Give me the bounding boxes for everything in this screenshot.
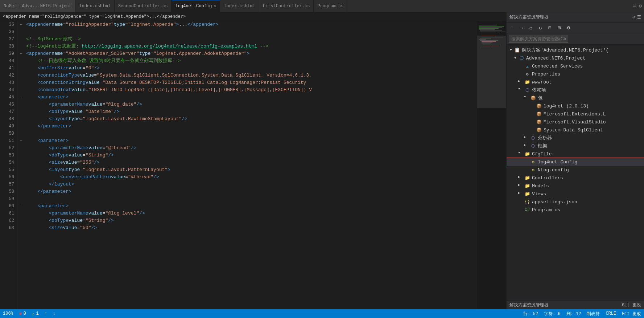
code-line-45[interactable]: <parameter> — [26, 94, 476, 101]
tree-item-pkg[interactable]: ▼ 📦 包 — [507, 94, 644, 102]
expand-analyzers[interactable]: ▶ — [524, 135, 530, 141]
code-line-62[interactable]: <dbType value="String" /> — [26, 217, 476, 224]
tab-log4net-close[interactable]: ✕ — [214, 4, 216, 8]
gutter-45[interactable]: − — [17, 94, 25, 101]
expand-msext[interactable] — [530, 111, 536, 117]
status-git[interactable]: Git 更改 — [622, 311, 641, 317]
tree-item-controllers[interactable]: ▶ 📁 Controllers — [507, 174, 644, 182]
se-collapse-icon[interactable]: ⊟ — [546, 24, 554, 32]
editor-content[interactable]: <appender name="rollingAppender" type="l… — [25, 21, 477, 309]
tree-item-programcs[interactable]: C# Program.cs — [507, 206, 644, 214]
expand-nlogconfig[interactable] — [524, 167, 530, 173]
expand-controllers[interactable]: ▶ — [518, 175, 524, 181]
status-nav-down[interactable]: ↓ — [53, 311, 55, 316]
code-line-44[interactable]: <commandText value="INSERT INTO Log4Net … — [26, 86, 476, 94]
expand-cfgfile[interactable]: ▼ — [518, 151, 524, 157]
tree-item-msext[interactable]: 📦 Microsoft.Extensions.L — [507, 110, 644, 118]
code-line-51[interactable]: <parameter> — [26, 137, 476, 144]
code-line-46[interactable]: <parameterName value="@log_date" /> — [26, 101, 476, 108]
code-line-52[interactable]: <parameterName value="@thread" /> — [26, 144, 476, 152]
expand-programcs[interactable] — [518, 207, 524, 213]
expand-deps[interactable]: ▼ — [518, 87, 524, 93]
tree-project[interactable]: ▼ ⬡ Advanced.NET6.Project — [507, 54, 644, 62]
tree-item-log4net[interactable]: 📦 log4net (2.0.13) — [507, 102, 644, 110]
code-line-39[interactable]: <appender name="AdoNetAppender_SqlServer… — [26, 50, 476, 57]
code-line-59[interactable] — [26, 195, 476, 203]
expand-msvis[interactable] — [530, 119, 536, 125]
expand-pkg[interactable]: ▼ — [524, 95, 530, 101]
tree-item-log4netconfig[interactable]: ⚙ log4net.Config — [507, 158, 644, 166]
code-line-49[interactable]: </parameter> — [26, 123, 476, 130]
tab-log4net[interactable]: log4net.Config ✕ — [172, 0, 220, 12]
code-line-58[interactable]: </parameter> — [26, 188, 476, 195]
tab-first[interactable]: FirstController.cs — [259, 0, 314, 12]
code-line-36[interactable] — [26, 28, 476, 36]
tree-item-properties[interactable]: ⚙ Properties — [507, 70, 644, 78]
status-line[interactable]: 行: 52 — [523, 311, 538, 317]
status-nav-up[interactable]: ↑ — [45, 311, 47, 316]
code-line-61[interactable]: <parameterName value="@log_level" /> — [26, 210, 476, 217]
code-line-35[interactable]: <appender name="rollingAppender" type="l… — [26, 21, 476, 28]
expand-wwwroot[interactable]: ▶ — [518, 79, 524, 85]
tree-item-cfgfile[interactable]: ▼ 📁 CfgFile — [507, 150, 644, 158]
status-errors[interactable]: ⊗ 0 — [19, 311, 26, 317]
tab-index1[interactable]: Index.cshtml — [75, 0, 114, 12]
tab-overflow-icon[interactable]: ≡ — [633, 3, 636, 9]
status-encoding[interactable]: CRLE — [606, 311, 616, 317]
code-line-54[interactable]: <size value="255" /> — [26, 159, 476, 166]
gutter-35[interactable]: − — [17, 21, 25, 28]
code-line-60[interactable]: <parameter> — [26, 203, 476, 210]
tab-second[interactable]: SecondController.cs — [115, 0, 172, 12]
expand-log4netconfig[interactable] — [524, 159, 530, 165]
tree-item-deps[interactable]: ▼ ⬡ 依赖项 — [507, 86, 644, 94]
code-line-50[interactable] — [26, 130, 476, 137]
tree-item-sysdata[interactable]: 📦 System.Data.SqlClient — [507, 126, 644, 134]
code-line-42[interactable]: <connectionType value="System.Data.SqlCl… — [26, 72, 476, 79]
se-forward-icon[interactable]: → — [517, 24, 525, 32]
minimap[interactable] — [477, 21, 506, 309]
se-filter-icon[interactable]: ⊞ — [555, 24, 563, 32]
se-sync-icon[interactable]: ⇄ — [632, 15, 635, 20]
gutter-60[interactable]: − — [17, 203, 25, 210]
tree-item-appsettings[interactable]: {} appsettings.json — [507, 198, 644, 206]
tree-item-wwwroot[interactable]: ▶ 📁 wwwroot — [507, 78, 644, 86]
expand-views[interactable]: ▶ — [518, 191, 524, 197]
se-search-input[interactable] — [509, 35, 568, 43]
tree-item-connected[interactable]: ☁ Connected Services — [507, 62, 644, 70]
expand-properties[interactable] — [518, 71, 524, 77]
code-line-47[interactable]: <dbType value="DateTime" /> — [26, 108, 476, 115]
status-char[interactable]: 字符: 6 — [544, 311, 561, 317]
status-warnings[interactable]: ⚠ 1 — [32, 311, 39, 317]
expand-models[interactable]: ▶ — [518, 183, 524, 189]
code-line-48[interactable]: <layout type="log4net.Layout.RawTimeStam… — [26, 115, 476, 123]
code-line-63[interactable]: <size value="50" /> — [26, 224, 476, 232]
status-col[interactable]: 列: 12 — [566, 311, 581, 317]
expand-log4net[interactable] — [530, 103, 536, 109]
tree-item-frameworks[interactable]: ▶ ⬡ 框架 — [507, 142, 644, 150]
code-line-41[interactable]: <bufferSize value="0" /> — [26, 65, 476, 72]
expand-connected[interactable] — [518, 63, 524, 69]
tab-program[interactable]: Program.cs — [314, 0, 347, 12]
tree-item-msvis[interactable]: 📦 Microsoft.VisualStudio — [507, 118, 644, 126]
se-home-icon[interactable]: ⌂ — [527, 24, 535, 32]
tree-item-nlogconfig[interactable]: ⚙ NLog.config — [507, 166, 644, 174]
tree-item-views[interactable]: ▶ 📁 Views — [507, 190, 644, 198]
tab-index2[interactable]: Index.cshtml — [220, 0, 259, 12]
tree-item-models[interactable]: ▶ 📁 Models — [507, 182, 644, 190]
tree-item-analyzers[interactable]: ▶ ⬡ 分析器 — [507, 134, 644, 142]
code-line-38[interactable]: <!--log4net日志配置: http://logging.apache.o… — [26, 43, 476, 50]
expand-sysdata[interactable] — [530, 127, 536, 133]
se-bottom-git[interactable]: Git 更改 — [622, 302, 641, 308]
code-line-43[interactable]: <connectionString value="Data Source=DES… — [26, 79, 476, 86]
expand-frameworks[interactable]: ▶ — [524, 143, 530, 149]
tab-nuget[interactable]: NuGet: Adva...NET6.Project — [0, 0, 75, 12]
code-line-40[interactable]: <!--日志缓存写入条数 设置为0时只要有一条就立刻写到数据库--> — [26, 57, 476, 65]
gutter-51[interactable]: − — [17, 137, 25, 144]
status-format[interactable]: 制表符 — [587, 311, 600, 317]
tab-settings-icon[interactable]: ⚙ — [639, 3, 642, 9]
tree-solution[interactable]: ▼ 📋 解决方案'Advanced.NET6.Project'( — [507, 46, 644, 54]
se-settings-icon[interactable]: ⚙ — [565, 24, 573, 32]
code-line-57[interactable]: </layout> — [26, 181, 476, 188]
gutter-39[interactable]: − — [17, 50, 25, 57]
code-line-37[interactable]: <!--SqlServer形式--> — [26, 36, 476, 43]
